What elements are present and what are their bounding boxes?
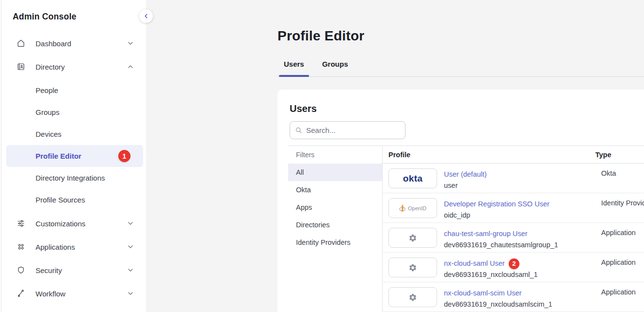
okta-logo: okta xyxy=(388,168,437,188)
sidebar-item-groups[interactable]: Groups xyxy=(6,101,143,123)
sidebar-collapse-button[interactable] xyxy=(139,9,153,23)
sidebar-item-directory[interactable]: Directory xyxy=(6,56,143,77)
chevron-down-icon xyxy=(127,243,134,251)
sidebar-item-devices[interactable]: Devices xyxy=(6,123,143,145)
panel-body: Filters All Okta Apps Directories Identi… xyxy=(288,146,644,312)
search-box xyxy=(290,121,405,139)
filter-all[interactable]: All xyxy=(288,164,382,181)
sidebar-item-label: Applications xyxy=(36,243,127,251)
annotation-marker-1: 1 xyxy=(118,150,130,162)
chevron-down-icon xyxy=(127,220,134,227)
profile-link[interactable]: nx-cloud-saml User xyxy=(444,258,505,269)
profile-link[interactable]: nx-cloud-saml-scim User xyxy=(444,288,522,299)
profile-id: dev86931619_nxcloudsamlscim_1 xyxy=(444,299,552,310)
sidebar-item-reports-partial[interactable] xyxy=(6,306,143,312)
table-row: nx-cloud-saml-scim User dev86931619_nxcl… xyxy=(383,282,644,312)
annotation-marker-2: 2 xyxy=(509,258,519,269)
directory-icon xyxy=(17,62,25,71)
sidebar-item-label: Directory xyxy=(36,63,127,71)
sidebar-item-label: Dashboard xyxy=(36,39,127,48)
profile-link[interactable]: chau-test-saml-group User xyxy=(444,228,528,239)
table-row: nx-cloud-saml User 2 dev86931619_nxcloud… xyxy=(383,253,644,282)
workflow-icon xyxy=(17,289,25,298)
gear-icon xyxy=(408,263,417,272)
shield-icon xyxy=(17,266,25,275)
sidebar-item-label: Directory Integrations xyxy=(36,174,134,182)
app-logo-placeholder xyxy=(388,228,437,248)
app-logo-placeholder xyxy=(388,287,437,307)
sidebar-item-label: Groups xyxy=(36,108,134,116)
profile-type: Application xyxy=(601,257,644,266)
sidebar-item-label: Customizations xyxy=(36,220,127,228)
gear-icon xyxy=(408,234,417,242)
column-header-type: Type xyxy=(595,151,644,159)
table-row: OpenID Developer Registration SSO User o… xyxy=(383,193,644,223)
users-panel: Users Filters All Okta Apps Directories … xyxy=(277,90,644,312)
tab-bar: Users Groups xyxy=(277,60,644,77)
sidebar: Admin Console Dashboard Directory People… xyxy=(1,0,146,312)
sliders-icon xyxy=(17,219,25,228)
apps-grid-icon xyxy=(17,242,25,251)
sidebar-item-workflow[interactable]: Workflow xyxy=(6,283,143,304)
sidebar-item-label: Workflow xyxy=(36,290,127,298)
profile-type: Application xyxy=(601,228,644,237)
app-title: Admin Console xyxy=(1,12,146,22)
tab-users[interactable]: Users xyxy=(279,60,309,76)
chevron-down-icon xyxy=(127,290,134,297)
profiles-table: Profile Type okta User (default) user xyxy=(383,146,644,312)
sidebar-item-directory-integrations[interactable]: Directory Integrations xyxy=(6,167,143,189)
profile-link[interactable]: User (default) xyxy=(444,169,487,180)
profile-type: Okta xyxy=(601,168,644,177)
table-row: okta User (default) user Okta xyxy=(383,164,644,193)
sidebar-item-applications[interactable]: Applications xyxy=(6,236,143,257)
sidebar-item-label: Profile Editor xyxy=(36,152,118,160)
app-window: Admin Console Dashboard Directory People… xyxy=(0,0,644,312)
sidebar-item-label: Devices xyxy=(36,130,134,138)
sidebar-item-profile-editor[interactable]: Profile Editor 1 xyxy=(6,145,143,167)
filters-label: Filters xyxy=(288,151,382,164)
sidebar-item-profile-sources[interactable]: Profile Sources xyxy=(6,189,143,211)
profile-id: dev86931619_nxcloudsaml_1 xyxy=(444,269,538,280)
sidebar-item-dashboard[interactable]: Dashboard xyxy=(6,33,143,54)
column-header-profile: Profile xyxy=(383,151,595,159)
filters-panel: Filters All Okta Apps Directories Identi… xyxy=(288,146,383,312)
home-icon xyxy=(17,39,25,48)
search-input[interactable] xyxy=(306,126,400,134)
sidebar-item-label: Security xyxy=(36,266,127,275)
chevron-down-icon xyxy=(127,266,134,274)
app-logo-placeholder xyxy=(388,257,437,277)
filter-apps[interactable]: Apps xyxy=(288,199,382,216)
filter-directories[interactable]: Directories xyxy=(288,216,382,234)
sidebar-item-customizations[interactable]: Customizations xyxy=(6,213,143,234)
profile-id: dev86931619_chautestsamlgroup_1 xyxy=(444,239,558,251)
profile-id: oidc_idp xyxy=(444,210,550,221)
sidebar-item-security[interactable]: Security xyxy=(6,259,143,281)
tab-groups[interactable]: Groups xyxy=(317,60,353,76)
table-row: chau-test-saml-group User dev86931619_ch… xyxy=(383,223,644,253)
sidebar-item-label: Profile Sources xyxy=(36,196,134,204)
page-title: Profile Editor xyxy=(277,28,644,44)
chevron-left-icon xyxy=(143,13,149,19)
search-icon xyxy=(295,127,302,134)
filter-okta[interactable]: Okta xyxy=(288,181,382,199)
table-header: Profile Type xyxy=(383,146,644,164)
profile-type: Application xyxy=(601,287,644,296)
openid-logo: OpenID xyxy=(388,198,437,218)
profile-type: Identity Provider xyxy=(601,198,644,207)
sidebar-item-people[interactable]: People xyxy=(6,79,143,101)
main-content: Profile Editor Users Groups Users Filter… xyxy=(146,0,644,312)
gear-icon xyxy=(408,293,417,302)
chevron-down-icon xyxy=(127,39,134,47)
profile-id: user xyxy=(444,180,487,191)
filter-identity-providers[interactable]: Identity Providers xyxy=(288,234,382,251)
panel-title: Users xyxy=(290,103,644,114)
profile-link[interactable]: Developer Registration SSO User xyxy=(444,199,550,210)
chevron-up-icon xyxy=(127,63,134,71)
sidebar-item-label: People xyxy=(36,86,134,94)
